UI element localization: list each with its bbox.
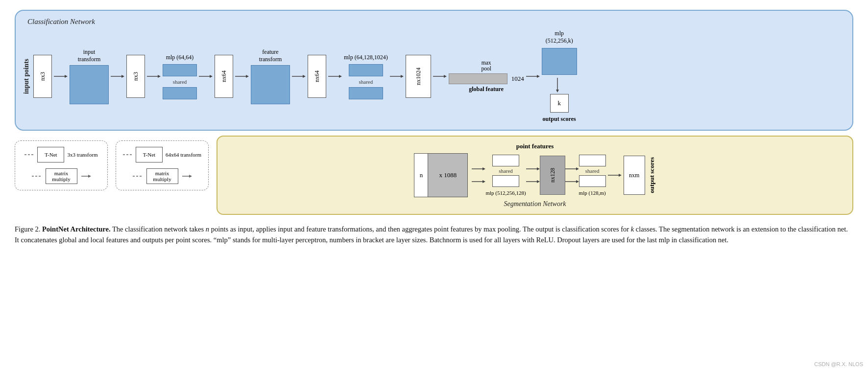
arrow-1	[52, 73, 70, 79]
seg-arrow-4	[606, 172, 624, 178]
seg-small-block-2b	[579, 175, 606, 187]
mlp-64-64-block-2	[163, 87, 197, 99]
matrix-multiply-1: matrix multiply	[46, 168, 77, 184]
seg-mlp-128-label: mlp (128,m)	[579, 190, 606, 196]
figure-caption: Figure 2. PointNet Architecture. The cla…	[15, 224, 853, 246]
seg-1088-label: x 1088	[428, 154, 467, 197]
mlp-512-256-k-label: mlp(512,256,k)	[546, 30, 573, 45]
diagram-area: Classification Network input points nx3 …	[15, 10, 853, 215]
mlp-64-128-1024-group: mlp (64,128,1024) shared	[344, 54, 388, 99]
svg-marker-13	[339, 75, 342, 78]
seg-small-block-1a	[492, 155, 519, 166]
seg-mlp-512-label: mlp (512,256,128)	[485, 190, 526, 196]
mlp-512-256-k-block	[542, 48, 577, 75]
global-feature-label: global feature	[469, 86, 504, 93]
nx128-group: nx128	[540, 156, 565, 195]
output-scores-label: output scores	[543, 116, 576, 123]
mlp-64-128-1024-block-1	[349, 64, 383, 76]
transform-64x64-label: 64x64 transform	[166, 152, 201, 158]
nx3-block-1: nx3	[33, 55, 52, 98]
arrow-5	[233, 73, 251, 79]
mlp-512-256-k-group: mlp(512,256,k) k output scores	[542, 30, 577, 123]
input-transform-label: inputtransform	[78, 48, 101, 63]
tnet-2-block: T-Net	[136, 147, 163, 162]
input-transform-box	[70, 65, 109, 104]
mlp-64-128-1024-label: mlp (64,128,1024)	[344, 54, 388, 61]
arrow-6	[290, 73, 308, 79]
global-feature-row: 1024	[449, 73, 524, 84]
mlp-64-64-block-1	[163, 64, 197, 76]
tnet-row-1: T-Net 3x3 transform	[24, 147, 97, 162]
nx128-block: nx128	[540, 156, 565, 195]
arrow-7	[326, 73, 344, 79]
tnet-2-left: T-Net 64x64 transform	[123, 147, 201, 162]
caption-n: n	[206, 225, 209, 233]
nx1024-group: nx1024	[406, 55, 431, 98]
tnet-1-left: T-Net 3x3 transform	[24, 147, 97, 162]
caption-text2: points as input, applies input and featu…	[209, 225, 631, 233]
arrow-8	[388, 73, 406, 79]
input-points-label: input points	[23, 59, 30, 94]
tnet-box-1: T-Net 3x3 transform matrix multiply	[15, 140, 108, 190]
arrow-2	[109, 73, 126, 79]
mlp-64-64-group: mlp (64,64) shared	[163, 54, 197, 99]
svg-marker-15	[401, 75, 404, 78]
mlp-64-128-1024-block-2	[349, 87, 383, 99]
svg-marker-29	[189, 175, 192, 178]
svg-marker-1	[65, 75, 68, 78]
seg-main-row: n x 1088 shared mlp (512,256,128)	[414, 153, 655, 197]
cn-main-row: input points nx3 inputtransform nx3	[23, 30, 844, 123]
seg-arrow-group-3	[565, 166, 579, 185]
point-features-label: point features	[516, 142, 554, 150]
svg-marker-7	[210, 75, 213, 78]
label-1024: 1024	[511, 75, 524, 83]
nx64-block-1: nx64	[215, 55, 233, 98]
segmentation-network-title: Segmentation Network	[504, 200, 566, 208]
svg-marker-21	[556, 90, 559, 93]
transform-3x3-label: 3x3 transform	[67, 152, 97, 158]
maxpool-label: maxpool	[481, 60, 491, 71]
global-feature-bar	[449, 73, 507, 84]
arrow-4	[197, 73, 215, 79]
output-scores-right: output scores	[648, 157, 656, 193]
svg-marker-11	[303, 75, 306, 78]
arrow-10	[524, 73, 542, 79]
svg-marker-19	[537, 75, 540, 78]
mlp-64-64-blocks: shared	[163, 64, 197, 99]
tnet-box-2: T-Net 64x64 transform matrix multiply	[116, 140, 209, 190]
seg-small-block-1b	[492, 175, 519, 187]
nx64-block-2: nx64	[308, 55, 326, 98]
shared-label-1: shared	[173, 79, 187, 85]
maxpool-group: maxpool 1024 global feature	[449, 60, 524, 93]
watermark: CSDN @R.X. NLOS	[814, 361, 863, 367]
nx64-group-2: nx64	[308, 55, 326, 98]
input-transform-group: inputtransform	[70, 48, 109, 104]
nx3-group-2: nx3	[126, 55, 145, 98]
arrow-9	[431, 73, 449, 79]
nx3-block-2: nx3	[126, 55, 145, 98]
classification-network: Classification Network input points nx3 …	[15, 10, 853, 131]
seg-shared-group-1: shared mlp (512,256,128)	[485, 155, 526, 196]
bottom-area: T-Net 3x3 transform matrix multiply T-Ne…	[15, 136, 853, 215]
nx64-group-1: nx64	[215, 55, 233, 98]
mlp-64-128-1024-blocks: shared	[349, 64, 383, 99]
tnet-row-2: T-Net 64x64 transform	[123, 147, 201, 162]
k-block: k	[550, 94, 569, 113]
svg-marker-9	[246, 75, 249, 78]
k-row	[554, 78, 565, 93]
seg-shared-group-2: shared mlp (128,m)	[579, 155, 606, 196]
svg-marker-43	[619, 174, 622, 177]
matrix-row-1: matrix multiply	[32, 168, 91, 184]
caption-bold: PointNet Architecture.	[42, 225, 111, 233]
seg-shared-label-2: shared	[585, 168, 600, 174]
matrix-row-2: matrix multiply	[133, 168, 192, 184]
arrow-3	[145, 73, 163, 79]
svg-marker-17	[444, 75, 447, 78]
seg-arrow-group-1	[472, 166, 485, 185]
nxm-block: nxm	[624, 156, 645, 195]
matrix-multiply-2: matrix multiply	[146, 168, 178, 184]
seg-n-label: n	[414, 154, 428, 197]
tnet-1-top-row: T-Net 3x3 transform	[24, 147, 97, 162]
segmentation-network: point features n x 1088 shared mlp	[217, 136, 853, 215]
svg-marker-5	[158, 75, 161, 78]
